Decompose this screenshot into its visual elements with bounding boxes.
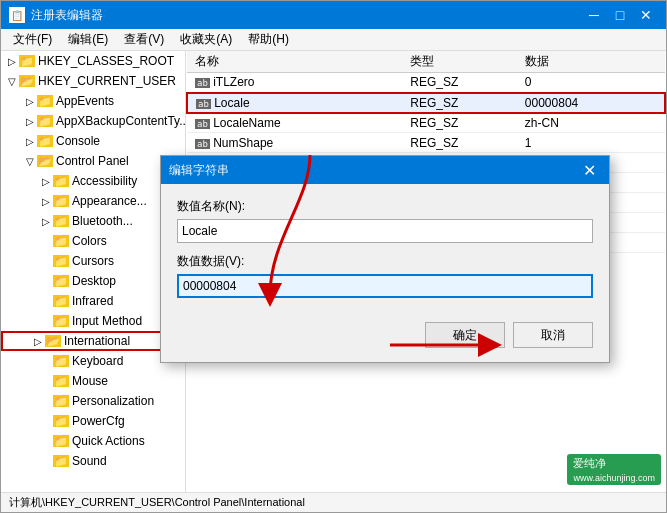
status-bar: 计算机\HKEY_CURRENT_USER\Control Panel\Inte…	[1, 492, 666, 512]
sidebar-item-label: HKEY_CLASSES_ROOT	[38, 54, 174, 68]
col-name: 名称	[187, 51, 402, 73]
menu-help[interactable]: 帮助(H)	[240, 29, 297, 50]
table-row[interactable]: ab iTLZero REG_SZ 0	[187, 73, 665, 93]
sidebar-item-controlpanel[interactable]: ▽ 📂 Control Panel	[1, 151, 185, 171]
minimize-button[interactable]: ─	[582, 5, 606, 25]
sidebar-item-label: Sound	[72, 454, 107, 468]
reg-value-icon: ab	[195, 78, 210, 88]
folder-icon: 📂	[45, 335, 61, 347]
sidebar-item-label: Appearance...	[72, 194, 147, 208]
expander-icon	[39, 354, 53, 368]
sidebar-item-label: Input Method	[72, 314, 142, 328]
menu-favorites[interactable]: 收藏夹(A)	[172, 29, 240, 50]
sidebar-item-label: HKEY_CURRENT_USER	[38, 74, 176, 88]
folder-icon: 📁	[53, 295, 69, 307]
sidebar-item-hkcr[interactable]: ▷ 📁 HKEY_CLASSES_ROOT	[1, 51, 185, 71]
data-label: 数值数据(V):	[177, 253, 593, 270]
sidebar-item-bluetooth[interactable]: ▷ 📁 Bluetooth...	[1, 211, 185, 231]
cancel-button[interactable]: 取消	[513, 322, 593, 348]
sidebar-item-accessibility[interactable]: ▷ 📁 Accessibility	[1, 171, 185, 191]
dialog-buttons: 确定 取消	[177, 322, 593, 348]
folder-icon: 📂	[19, 75, 35, 87]
sidebar-item-infrared[interactable]: 📁 Infrared	[1, 291, 185, 311]
cell-data: zh-CN	[517, 113, 665, 133]
status-path: 计算机\HKEY_CURRENT_USER\Control Panel\Inte…	[9, 495, 305, 510]
sidebar-item-label: Console	[56, 134, 100, 148]
folder-icon: 📁	[53, 395, 69, 407]
expander-icon	[39, 314, 53, 328]
expander-icon	[39, 394, 53, 408]
menu-edit[interactable]: 编辑(E)	[60, 29, 116, 50]
sidebar-item-hkcu[interactable]: ▽ 📂 HKEY_CURRENT_USER	[1, 71, 185, 91]
sidebar-item-personalization[interactable]: 📁 Personalization	[1, 391, 185, 411]
sidebar-item-powercfg[interactable]: 📁 PowerCfg	[1, 411, 185, 431]
menu-file[interactable]: 文件(F)	[5, 29, 60, 50]
folder-icon: 📁	[53, 415, 69, 427]
sidebar-item-inputmethod[interactable]: 📁 Input Method	[1, 311, 185, 331]
expander-icon: ▷	[31, 334, 45, 348]
table-row[interactable]: ab NumShape REG_SZ 1	[187, 133, 665, 153]
col-data: 数据	[517, 51, 665, 73]
folder-icon: 📁	[53, 355, 69, 367]
sidebar-item-label: Desktop	[72, 274, 116, 288]
sidebar-item-desktop[interactable]: 📁 Desktop	[1, 271, 185, 291]
sidebar-item-appxbackup[interactable]: ▷ 📁 AppXBackupContentTy...	[1, 111, 185, 131]
folder-icon: 📁	[37, 95, 53, 107]
sidebar-item-quickactions[interactable]: 📁 Quick Actions	[1, 431, 185, 451]
dialog-title-bar: 编辑字符串 ✕	[161, 156, 609, 184]
sidebar-item-console[interactable]: ▷ 📁 Console	[1, 131, 185, 151]
expander-icon	[39, 434, 53, 448]
sidebar-item-cursors[interactable]: 📁 Cursors	[1, 251, 185, 271]
cell-data: 00000804	[517, 93, 665, 113]
folder-icon: 📁	[53, 315, 69, 327]
edit-string-dialog[interactable]: 编辑字符串 ✕ 数值名称(N): 数值数据(V): 确定 取消	[160, 155, 610, 363]
reg-value-icon: ab	[195, 139, 210, 149]
folder-icon: 📁	[37, 115, 53, 127]
folder-icon: 📁	[53, 375, 69, 387]
reg-value-icon: ab	[196, 99, 211, 109]
close-button[interactable]: ✕	[634, 5, 658, 25]
sidebar-item-label: Personalization	[72, 394, 154, 408]
table-row[interactable]: ab Locale REG_SZ 00000804	[187, 93, 665, 113]
expander-icon: ▷	[5, 54, 19, 68]
sidebar-item-label: Control Panel	[56, 154, 129, 168]
folder-icon: 📁	[53, 175, 69, 187]
window-title: 注册表编辑器	[31, 7, 582, 24]
folder-icon: 📁	[53, 195, 69, 207]
sidebar-item-appevents[interactable]: ▷ 📁 AppEvents	[1, 91, 185, 111]
sidebar-item-label: Keyboard	[72, 354, 123, 368]
sidebar-item-label: AppXBackupContentTy...	[56, 114, 185, 128]
cell-name: ab Locale	[187, 93, 402, 113]
cell-type: REG_SZ	[402, 73, 517, 93]
menu-view[interactable]: 查看(V)	[116, 29, 172, 50]
col-type: 类型	[402, 51, 517, 73]
sidebar-item-label: Infrared	[72, 294, 113, 308]
sidebar-item-sound[interactable]: 📁 Sound	[1, 451, 185, 471]
sidebar-item-colors[interactable]: 📁 Colors	[1, 231, 185, 251]
table-row[interactable]: ab LocaleName REG_SZ zh-CN	[187, 113, 665, 133]
sidebar-item-international[interactable]: ▷ 📂 International	[1, 331, 185, 351]
data-input[interactable]	[177, 274, 593, 298]
folder-icon: 📁	[53, 255, 69, 267]
sidebar-item-label: Accessibility	[72, 174, 137, 188]
name-input[interactable]	[177, 219, 593, 243]
name-label: 数值名称(N):	[177, 198, 593, 215]
expander-icon	[39, 454, 53, 468]
sidebar-item-mouse[interactable]: 📁 Mouse	[1, 371, 185, 391]
app-icon: 📋	[9, 7, 25, 23]
sidebar-item-appearance[interactable]: ▷ 📁 Appearance...	[1, 191, 185, 211]
reg-value-name: NumShape	[213, 136, 273, 150]
sidebar-item-label: Mouse	[72, 374, 108, 388]
expander-icon	[39, 274, 53, 288]
dialog-close-button[interactable]: ✕	[577, 160, 601, 180]
sidebar-item-label: PowerCfg	[72, 414, 125, 428]
expander-icon: ▷	[39, 214, 53, 228]
folder-icon: 📁	[53, 455, 69, 467]
reg-value-name: LocaleName	[213, 116, 280, 130]
cell-name: ab LocaleName	[187, 113, 402, 133]
ok-button[interactable]: 确定	[425, 322, 505, 348]
maximize-button[interactable]: □	[608, 5, 632, 25]
folder-icon: 📁	[53, 435, 69, 447]
sidebar-item-keyboard[interactable]: 📁 Keyboard	[1, 351, 185, 371]
folder-icon: 📂	[37, 155, 53, 167]
